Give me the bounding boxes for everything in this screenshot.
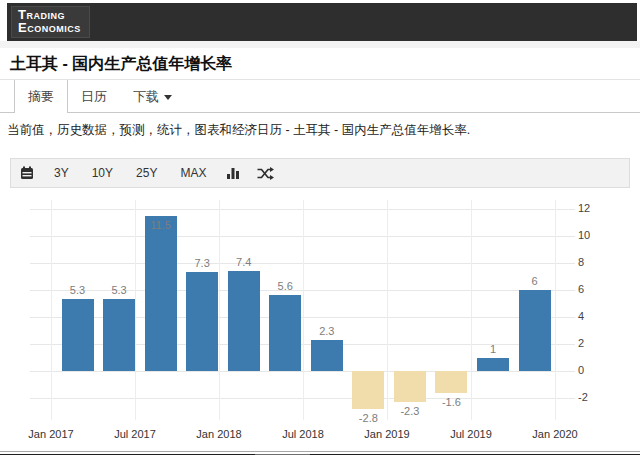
x-axis-tick-label: Jan 2020 [515,428,595,440]
page-description: 当前值，历史数据，预测，统计，图表和经济日历 - 土耳其 - 国内生产总值年增长… [7,122,640,139]
chart-bar[interactable] [435,371,467,393]
x-axis-tick-label: Jan 2018 [179,428,259,440]
bar-value-label: 2.3 [305,325,349,337]
bar-value-label: 1 [471,343,515,355]
tab-summary-label: 摘要 [28,89,54,104]
bar-value-label: 7.3 [180,257,224,269]
bar-value-label: 5.3 [56,284,100,296]
gridline [555,200,556,420]
x-axis-tick-label: Jul 2018 [263,428,343,440]
chevron-down-icon [164,95,172,100]
x-axis-tick-label: Jul 2019 [431,428,511,440]
shuffle-icon[interactable] [257,167,274,180]
chart-bar[interactable] [103,299,135,371]
bar-chart-icon[interactable] [226,166,240,180]
page: TRADING ECONOMICS 土耳其 - 国内生产总值年增长率 摘要 日历… [0,3,640,455]
chart-bar[interactable] [352,371,384,409]
chart-bar[interactable] [311,340,343,371]
x-axis-tick-label: Jan 2017 [11,428,91,440]
tab-download-label: 下载 [133,89,159,104]
chart-bar[interactable] [519,290,551,371]
tab-bar: 摘要 日历 下载 [0,80,640,113]
range-max-button[interactable]: MAX [177,164,209,182]
bar-value-label: 6 [513,275,557,287]
trading-economics-logo[interactable]: TRADING ECONOMICS [11,6,90,38]
y-axis-tick-label: 12 [578,202,608,214]
chart-bar[interactable] [228,271,260,371]
bar-value-label: 7.4 [222,256,266,268]
logo-line-2: ECONOMICS [18,22,81,34]
bar-value-label: -2.3 [388,405,432,417]
chart-bar[interactable] [394,371,426,402]
bar-value-label: 5.3 [97,284,141,296]
tab-summary[interactable]: 摘要 [14,80,68,113]
y-axis-tick-label: 4 [578,310,608,322]
x-axis-tick-label: Jan 2019 [347,428,427,440]
range-25y-button[interactable]: 25Y [133,164,160,182]
bottom-scrollbar[interactable] [0,451,640,455]
bar-value-label: 5.6 [263,280,307,292]
gridline [51,200,52,420]
page-title: 土耳其 - 国内生产总值年增长率 [10,54,640,74]
chart-bar[interactable] [269,295,301,371]
tab-calendar-label: 日历 [81,89,107,104]
header-divider-strip [0,41,640,48]
tab-calendar[interactable]: 日历 [68,80,120,112]
y-axis-tick-label: 0 [578,364,608,376]
range-10y-button[interactable]: 10Y [89,164,116,182]
y-axis-tick-label: 6 [578,283,608,295]
bar-value-label: -2.8 [346,412,390,424]
y-axis-tick-label: 10 [578,229,608,241]
y-axis-tick-label: -2 [578,391,608,403]
logo-line-1: TRADING [18,9,81,21]
gridline [219,200,220,420]
site-header: TRADING ECONOMICS [7,3,637,41]
x-axis-tick-label: Jul 2017 [95,428,175,440]
gridline [135,200,136,420]
gridline [303,200,304,420]
bar-value-label: 11.5 [139,219,183,231]
y-axis-tick-label: 8 [578,256,608,268]
gridline [387,200,388,420]
gdp-growth-bar-chart[interactable]: 121086420-2Jan 2017Jul 2017Jan 2018Jul 2… [0,195,640,451]
y-axis-tick-label: 2 [578,337,608,349]
tab-download[interactable]: 下载 [120,80,185,112]
chart-bar[interactable] [477,358,509,372]
chart-bar[interactable] [62,299,94,371]
range-3y-button[interactable]: 3Y [51,164,72,182]
calendar-icon[interactable] [20,166,34,180]
gridline [471,200,472,420]
bar-value-label: -1.6 [429,396,473,408]
chart-bar[interactable] [186,272,218,371]
chart-toolbar: 3Y 10Y 25Y MAX [10,158,630,188]
chart-bar[interactable] [145,216,177,371]
